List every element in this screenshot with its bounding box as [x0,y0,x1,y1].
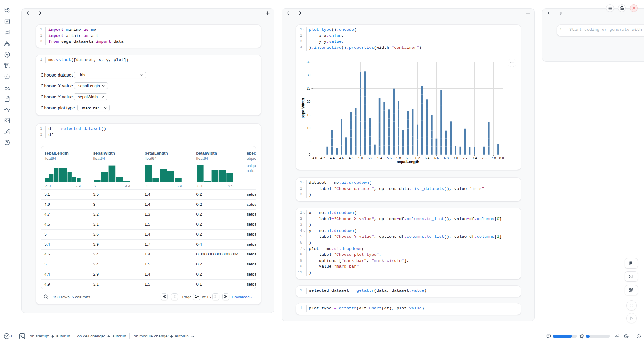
svg-text:6.6: 6.6 [434,156,439,160]
svg-text:6.8: 6.8 [444,156,449,160]
svg-text:35: 35 [307,60,310,64]
svg-text:10: 10 [307,126,310,130]
svg-text:4.6: 4.6 [339,156,344,160]
svg-text:7.6: 7.6 [482,156,486,160]
svg-text:6.0: 6.0 [406,156,410,160]
svg-text:7.8: 7.8 [491,156,496,160]
svg-text:7.2: 7.2 [463,156,467,160]
svg-text:5.8: 5.8 [396,156,401,160]
svg-text:5.4: 5.4 [377,156,382,160]
svg-text:6.4: 6.4 [425,156,429,160]
svg-text:4.0: 4.0 [313,156,317,160]
svg-text:6.2: 6.2 [415,156,420,160]
svg-text:sepalLength: sepalLength [397,160,419,164]
svg-text:5.2: 5.2 [368,156,372,160]
svg-text:0: 0 [309,153,310,157]
svg-text:4.4: 4.4 [330,156,335,160]
svg-text:5.6: 5.6 [387,156,392,160]
svg-text:5: 5 [309,140,310,143]
svg-text:sepalWidth: sepalWidth [301,98,305,119]
svg-text:7.4: 7.4 [472,156,477,160]
svg-text:7.0: 7.0 [453,156,458,160]
svg-text:25: 25 [307,87,310,91]
svg-text:4.8: 4.8 [349,156,353,160]
svg-text:30: 30 [307,73,310,77]
svg-text:4.2: 4.2 [320,156,325,160]
svg-text:5.0: 5.0 [358,156,363,160]
svg-text:20: 20 [307,100,310,104]
svg-text:8.0: 8.0 [499,156,504,160]
svg-text:15: 15 [307,113,310,117]
